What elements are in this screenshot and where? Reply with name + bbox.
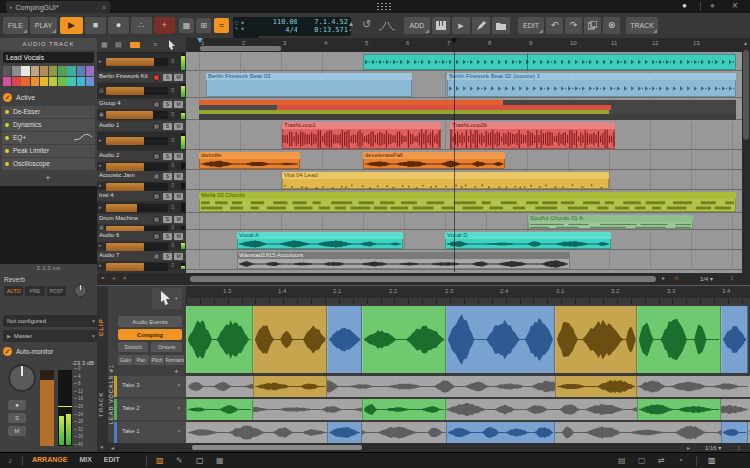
fader-menu-icon[interactable]: ≡ <box>171 204 175 210</box>
group-clip-stripe[interactable] <box>199 114 736 120</box>
dots-grid-icon[interactable] <box>376 2 392 11</box>
window-close-icon[interactable]: × <box>732 0 738 11</box>
insert-toggle-button[interactable]: ⊞ <box>196 18 211 33</box>
scroll-left-icon[interactable]: ◂ <box>111 444 114 451</box>
track-mute-button[interactable]: M <box>174 101 183 108</box>
track-solo-button[interactable]: S <box>163 173 172 180</box>
project-tab[interactable]: ▸ CompingGUI* × <box>6 1 110 13</box>
reverb-mode-auto[interactable]: AUTO <box>4 286 23 296</box>
track-solo-button[interactable]: S <box>163 193 172 200</box>
tool-selector[interactable]: ▾ <box>152 288 182 309</box>
color-swatch[interactable] <box>67 66 75 76</box>
undo-button[interactable]: ↶ <box>546 17 563 34</box>
color-swatch[interactable] <box>21 77 29 87</box>
view-tab-edit[interactable]: EDIT <box>104 456 120 463</box>
track-name-row[interactable]: Berlin Firework KitSM <box>97 72 186 82</box>
take-comp-section[interactable] <box>186 399 253 420</box>
transport-mode-display[interactable]: □ ▪≈ ▪ <box>233 17 259 38</box>
color-swatch[interactable] <box>40 77 48 87</box>
tab-comping[interactable]: Comping <box>118 329 182 340</box>
color-swatch[interactable] <box>21 66 29 76</box>
track-record-arm-button[interactable] <box>153 216 160 223</box>
volume-fader[interactable] <box>106 183 168 191</box>
input-routing-dropdown[interactable]: Not configured▼ <box>3 315 100 327</box>
fader-menu-icon[interactable]: ≡ <box>171 262 175 268</box>
arranger-clip[interactable]: Vocal D <box>445 232 611 249</box>
track-solo-button[interactable]: S <box>163 253 172 260</box>
track-row[interactable]: Inst 4SM▸≡ <box>97 191 186 213</box>
arranger-clip[interactable]: TrashLoop1 <box>282 122 441 149</box>
track-record-arm-button[interactable] <box>153 233 160 240</box>
volume-fader[interactable] <box>106 163 168 171</box>
comp-segment[interactable] <box>446 306 555 373</box>
color-swatch[interactable] <box>77 77 85 87</box>
track-solo-button[interactable]: S <box>163 233 172 240</box>
comp-segment[interactable] <box>362 306 446 373</box>
playhead-handle[interactable] <box>451 38 457 44</box>
track-name-input[interactable]: Lead Vocals <box>3 52 94 63</box>
arranger-clip[interactable]: Mella 03 Chords <box>199 192 736 212</box>
fader-menu-icon[interactable]: ≡ <box>171 182 175 188</box>
arranger-clip[interactable]: Wavstad1915 Accolours <box>237 252 570 269</box>
track-record-arm-button[interactable] <box>153 253 160 260</box>
arranger-clip[interactable]: dwindle <box>199 152 300 169</box>
volume-fader[interactable] <box>106 137 168 145</box>
arranger-clip[interactable]: decelerateFall <box>363 152 505 169</box>
volume-fader[interactable] <box>106 58 168 66</box>
take-comp-section[interactable] <box>555 376 637 397</box>
add-instrument-button[interactable] <box>432 17 450 34</box>
color-swatch[interactable] <box>77 66 85 76</box>
track-mute-button[interactable]: M <box>174 253 183 260</box>
track-record-arm-button[interactable] <box>153 74 160 81</box>
arranger-clip[interactable]: Vocal A <box>237 232 403 249</box>
device-item[interactable]: Peak Limiter <box>2 145 95 157</box>
fader-menu-icon[interactable]: ≡ <box>171 137 175 143</box>
fader-menu-icon[interactable]: ≡ <box>171 224 175 230</box>
view-tab-mix[interactable]: MIX <box>79 456 91 463</box>
track-record-arm-button[interactable] <box>153 153 160 160</box>
param-button-gain[interactable]: Gain <box>118 355 133 365</box>
fader-menu-icon[interactable]: ≡ <box>171 111 175 117</box>
arranger-clip[interactable] <box>363 54 736 70</box>
device-power-dot[interactable] <box>5 110 9 114</box>
clock-panel-icon[interactable]: ◔ <box>678 456 683 465</box>
volume-knob[interactable] <box>8 364 36 392</box>
track-mute-button[interactable]: M <box>8 426 26 436</box>
window-record-indicator[interactable]: ● <box>682 1 687 10</box>
mixer-panel-icon[interactable]: ▥ <box>708 456 716 465</box>
fade-icons[interactable] <box>378 21 396 31</box>
pointer-tool-icon[interactable] <box>168 40 176 50</box>
track-record-arm-button[interactable] <box>153 101 160 108</box>
track-record-arm-button[interactable] <box>153 173 160 180</box>
track-row[interactable]: Acoustic JamSM▸≡ <box>97 171 186 190</box>
comp-snap-value[interactable]: 1/16 ▾ <box>705 444 721 451</box>
take-lane[interactable] <box>186 399 750 420</box>
color-swatch[interactable] <box>86 77 94 87</box>
track-mute-button[interactable]: M <box>174 216 183 223</box>
snap-magnet-icon[interactable]: ∩ <box>674 274 679 281</box>
loop-icon[interactable]: ↺ <box>362 18 371 31</box>
arrange-mode-icon[interactable] <box>130 42 140 48</box>
speaker-icon[interactable]: ♪ <box>8 456 12 465</box>
take-comp-section[interactable] <box>362 399 446 420</box>
device-item[interactable]: Oscilloscope <box>2 158 95 170</box>
color-swatch[interactable] <box>86 66 94 76</box>
small-clips-icon[interactable]: ▦ <box>101 41 108 48</box>
track-mute-button[interactable]: M <box>174 193 183 200</box>
footer-loop-icon[interactable]: ≈ <box>101 275 104 281</box>
volume-fader[interactable] <box>106 87 168 95</box>
vscroll-handle[interactable] <box>743 50 749 140</box>
active-toggle[interactable]: ✓ Active <box>3 91 93 103</box>
track-name-row[interactable]: Audio 6SM <box>97 231 186 241</box>
arranger-clip[interactable]: Vita 04 Lead <box>282 172 609 189</box>
track-name-row[interactable]: Inst 4SM <box>97 191 186 201</box>
comp-segment[interactable] <box>721 306 748 373</box>
color-swatch[interactable] <box>58 77 66 87</box>
play-menu-button[interactable]: PLAY <box>30 17 57 34</box>
track-row[interactable]: Audio 6SM▸≡ <box>97 231 186 250</box>
reverb-mode-post[interactable]: POST <box>47 286 66 296</box>
arranger-clip[interactable]: TrashLoop2b <box>450 122 615 149</box>
track-solo-button[interactable]: S <box>163 101 172 108</box>
track-mute-button[interactable]: M <box>174 123 183 130</box>
track-row[interactable]: Audio 1SM▸≡ <box>97 121 186 150</box>
